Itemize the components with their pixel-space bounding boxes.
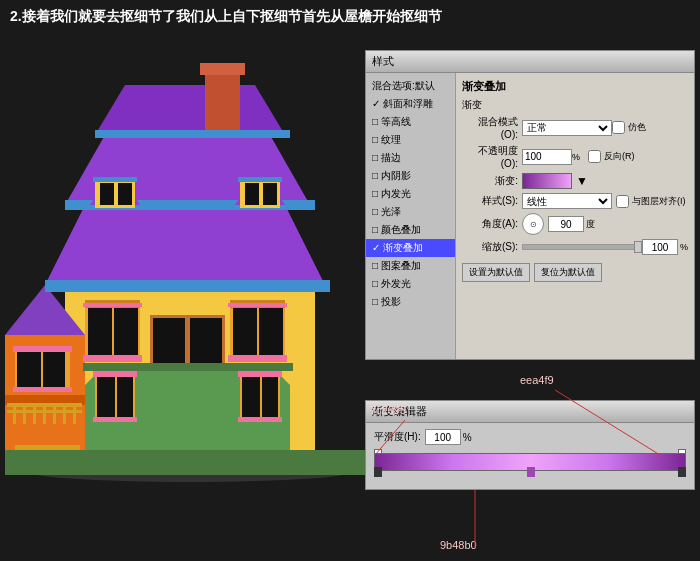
scale-slider-handle[interactable] — [634, 241, 642, 253]
svg-rect-52 — [262, 377, 278, 418]
reverse-checkbox[interactable] — [588, 150, 601, 163]
svg-rect-16 — [95, 130, 290, 138]
svg-rect-37 — [228, 355, 287, 362]
svg-rect-14 — [45, 280, 330, 292]
svg-rect-65 — [43, 404, 46, 424]
svg-rect-68 — [73, 404, 76, 424]
smoothness-row: 平滑度(H): % — [374, 429, 686, 445]
svg-rect-12 — [205, 65, 240, 135]
align-label: 与图层对齐(I) — [632, 195, 686, 208]
svg-rect-29 — [114, 307, 138, 357]
content-section-title: 渐变叠加 — [462, 79, 688, 94]
gradient-bar-body: 平滑度(H): % — [366, 423, 694, 485]
svg-rect-66 — [53, 404, 56, 424]
page-title: 2.接着我们就要去抠细节了我们从上自下抠细节首先从屋檐开始抠细节 — [10, 8, 442, 26]
gradient-arrow[interactable]: ▼ — [576, 174, 588, 188]
angle-row: 角度(A): ⊙ 度 — [462, 213, 688, 235]
style-select[interactable]: 线性 — [522, 193, 612, 209]
gradient-color-swatch[interactable] — [522, 173, 572, 189]
layer-drop-shadow[interactable]: □ 投影 — [366, 293, 455, 311]
opacity-percent: % — [572, 152, 580, 162]
svg-rect-24 — [245, 183, 259, 205]
svg-rect-31 — [83, 355, 142, 362]
layer-bevel[interactable]: 斜面和浮雕 — [366, 95, 455, 113]
color-stop-right[interactable] — [678, 467, 686, 477]
svg-rect-46 — [97, 377, 115, 418]
layer-blend-options[interactable]: 混合选项:默认 — [366, 77, 455, 95]
svg-rect-54 — [238, 417, 282, 422]
svg-rect-67 — [63, 404, 66, 424]
reset-btn[interactable]: 设置为默认值 — [462, 263, 530, 282]
layer-outer-glow[interactable]: □ 外发光 — [366, 275, 455, 293]
layer-satin[interactable]: □ 光泽 — [366, 203, 455, 221]
svg-rect-35 — [259, 307, 283, 357]
svg-rect-49 — [93, 417, 137, 422]
reverse-label: 反向(R) — [604, 150, 635, 163]
panel-title: 样式 — [366, 51, 694, 73]
opacity-row: 不透明度(O): % 反向(R) — [462, 144, 688, 169]
align-checkbox[interactable] — [616, 195, 629, 208]
gradient-editor-title: 渐变编辑器 — [366, 401, 694, 423]
layer-gradient-overlay[interactable]: ✓ 渐变叠加 — [366, 239, 455, 257]
dither-label: 仿色 — [628, 121, 646, 134]
layer-pattern-overlay[interactable]: □ 图案叠加 — [366, 257, 455, 275]
blend-mode-label: 混合模式(O): — [462, 115, 522, 140]
svg-rect-21 — [93, 177, 137, 182]
layer-contour[interactable]: □ 等高线 — [366, 113, 455, 131]
scale-row: 缩放(S): % — [462, 239, 688, 255]
svg-rect-34 — [233, 307, 257, 357]
blend-mode-select[interactable]: 正常 — [522, 120, 612, 136]
svg-rect-51 — [242, 377, 260, 418]
layer-inner-shadow[interactable]: □ 内阴影 — [366, 167, 455, 185]
svg-rect-63 — [23, 404, 26, 424]
angle-label: 角度(A): — [462, 217, 522, 231]
svg-rect-32 — [83, 303, 142, 307]
angle-dial[interactable]: ⊙ — [522, 213, 544, 235]
svg-rect-25 — [263, 183, 277, 205]
svg-rect-57 — [43, 352, 65, 388]
svg-rect-69 — [5, 450, 370, 475]
button-row: 设置为默认值 复位为默认值 — [462, 263, 688, 282]
svg-rect-53 — [238, 371, 282, 377]
svg-rect-58 — [13, 346, 72, 352]
house-illustration — [0, 30, 370, 460]
color-annotation-3: 9b48b0 — [440, 539, 477, 551]
default-btn[interactable]: 复位为默认值 — [534, 263, 602, 282]
svg-rect-44 — [83, 363, 293, 371]
smoothness-label: 平滑度(H): — [374, 430, 421, 444]
layer-stroke[interactable]: □ 描边 — [366, 149, 455, 167]
svg-rect-59 — [13, 387, 72, 392]
blend-mode-row: 混合模式(O): 正常 仿色 — [462, 115, 688, 140]
svg-rect-28 — [88, 307, 112, 357]
layer-color-overlay[interactable]: □ 颜色叠加 — [366, 221, 455, 239]
svg-marker-9 — [45, 205, 325, 285]
style-label: 样式(S): — [462, 194, 522, 208]
svg-rect-62 — [13, 404, 16, 424]
svg-rect-48 — [93, 371, 137, 377]
svg-rect-20 — [118, 183, 132, 205]
svg-rect-26 — [238, 177, 282, 182]
svg-rect-38 — [228, 303, 287, 307]
layer-texture[interactable]: □ 纹理 — [366, 131, 455, 149]
svg-rect-47 — [117, 377, 133, 418]
layer-inner-glow[interactable]: □ 内发光 — [366, 185, 455, 203]
svg-rect-64 — [33, 404, 36, 424]
layers-sidebar: 混合选项:默认 斜面和浮雕 □ 等高线 □ 纹理 □ 描边 □ 内阴影 □ 内发… — [366, 73, 456, 359]
color-stop-left[interactable] — [374, 467, 382, 477]
scale-label: 缩放(S): — [462, 240, 522, 254]
scale-slider-fill — [523, 245, 637, 249]
angle-input[interactable] — [548, 216, 584, 232]
smoothness-input[interactable] — [425, 429, 461, 445]
scale-unit: % — [680, 242, 688, 252]
color-stop-mid[interactable] — [527, 467, 535, 477]
angle-unit: 度 — [586, 218, 595, 231]
panel-title-text: 样式 — [372, 55, 394, 67]
dither-checkbox[interactable] — [612, 121, 625, 134]
scale-input[interactable] — [642, 239, 678, 255]
color-annotation-2: eea4f9 — [520, 374, 554, 386]
opacity-input[interactable] — [522, 149, 572, 165]
opacity-label: 不透明度(O): — [462, 144, 522, 169]
smoothness-unit: % — [463, 432, 472, 443]
gradient-bar-container — [374, 449, 686, 477]
gradient-color-row: 渐变: ▼ — [462, 173, 688, 189]
